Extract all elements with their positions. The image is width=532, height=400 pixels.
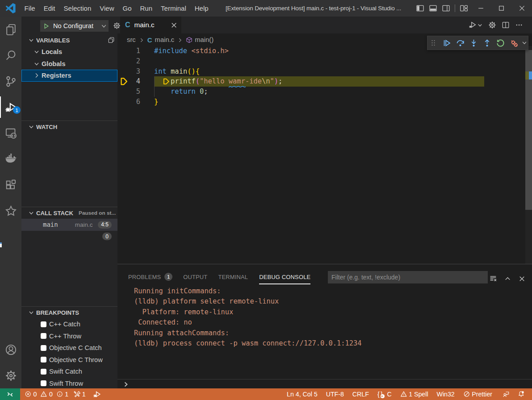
- toolchain-status[interactable]: 1: [70, 388, 88, 400]
- source-control-icon: [5, 75, 17, 88]
- activitybar-remote-explorer[interactable]: [0, 120, 21, 146]
- tab-main-c[interactable]: C main.c: [120, 17, 181, 33]
- breakpoint-cpp-throw[interactable]: C++ Throw: [21, 330, 117, 342]
- menu-view[interactable]: View: [96, 0, 118, 17]
- breadcrumb-folder[interactable]: src: [127, 36, 136, 43]
- launch-config-gear-icon[interactable]: [113, 22, 121, 29]
- debug-console-filter-input[interactable]: [328, 271, 488, 283]
- eol-status[interactable]: CRLF: [349, 388, 372, 400]
- activitybar-account[interactable]: [0, 337, 21, 362]
- drag-grip-icon[interactable]: [430, 39, 437, 46]
- close-window-button[interactable]: [511, 0, 532, 17]
- spell-status[interactable]: 1 Spell: [397, 388, 431, 400]
- panel-tab-output[interactable]: OUTPUT: [183, 274, 207, 280]
- menu-run[interactable]: Run: [136, 0, 157, 17]
- debug-settings-gear-icon[interactable]: [488, 21, 496, 29]
- language-status[interactable]: {}× C: [374, 388, 395, 400]
- step-over-button[interactable]: [453, 36, 467, 50]
- formatter-status[interactable]: Prettier: [460, 388, 495, 400]
- debug-repl-input[interactable]: [117, 379, 532, 389]
- menu-file[interactable]: File: [20, 0, 39, 17]
- activitybar-docker[interactable]: [0, 146, 21, 172]
- activitybar-search[interactable]: [0, 42, 21, 68]
- call-stack-header[interactable]: CALL STACK Paused on st...: [21, 207, 117, 219]
- debug-config-dropdown[interactable]: No Configurat: [40, 20, 109, 32]
- breakpoints-header[interactable]: BREAKPOINTS: [21, 307, 117, 318]
- debug-console-output[interactable]: Running initCommands: (lldb) platform se…: [117, 286, 532, 349]
- maximize-button[interactable]: [491, 0, 511, 17]
- remote-indicator[interactable]: [0, 388, 20, 400]
- variables-header[interactable]: VARIABLES: [21, 34, 117, 46]
- toggle-sidebar-icon[interactable]: [416, 4, 424, 12]
- problems-status[interactable]: 0 0 1: [21, 388, 71, 400]
- activitybar-extensions[interactable]: [0, 172, 21, 198]
- notifications-status[interactable]: [515, 388, 528, 400]
- breadcrumb-file[interactable]: main.c: [155, 36, 175, 43]
- activitybar-explorer[interactable]: [0, 17, 21, 42]
- continue-button[interactable]: [440, 36, 453, 50]
- toggle-secondary-sidebar-icon[interactable]: [442, 4, 450, 12]
- panel-tab-label: TERMINAL: [218, 274, 248, 280]
- frame-position-badge: 4:5: [98, 221, 112, 229]
- stack-frame-main[interactable]: main main.c 4:5: [21, 219, 117, 231]
- minimize-button[interactable]: [470, 0, 491, 17]
- menu-go[interactable]: Go: [118, 0, 136, 17]
- clear-console-icon[interactable]: [490, 275, 497, 283]
- activitybar-run-and-debug[interactable]: 1: [0, 94, 21, 120]
- menu-help[interactable]: Help: [190, 0, 213, 17]
- variables-scope-registers[interactable]: Registers: [21, 70, 117, 82]
- chevron-down-icon[interactable]: [521, 40, 528, 46]
- breakpoint-swift-catch[interactable]: Swift Catch: [21, 366, 117, 378]
- menu-terminal[interactable]: Terminal: [157, 0, 191, 17]
- panel-tab-debug-console[interactable]: DEBUG CONSOLE: [259, 274, 310, 280]
- checkbox-unchecked[interactable]: [41, 369, 46, 375]
- variables-scope-globals[interactable]: Globals: [21, 58, 117, 70]
- activitybar-source-control[interactable]: [0, 68, 21, 94]
- run-or-debug-button[interactable]: [469, 21, 483, 29]
- restart-button[interactable]: [494, 36, 507, 50]
- breadcrumb-symbol[interactable]: main(): [195, 36, 214, 43]
- menu-selection[interactable]: Selection: [59, 0, 96, 17]
- editor-scrollbar[interactable]: [525, 46, 532, 264]
- debug-status[interactable]: [90, 388, 105, 400]
- feedback-status[interactable]: [499, 388, 513, 400]
- symbol-method-icon: [186, 37, 193, 43]
- watch-header[interactable]: WATCH: [21, 121, 117, 133]
- code-editor[interactable]: 1 #include <stdio.h> 2 3 int main(){ 4: [117, 46, 532, 264]
- step-into-button[interactable]: [467, 36, 480, 50]
- activitybar-wamr-ide[interactable]: [0, 198, 21, 224]
- search-icon: [5, 50, 17, 62]
- panel-tab-terminal[interactable]: TERMINAL: [218, 274, 248, 280]
- platform-status[interactable]: Win32: [434, 388, 458, 400]
- breakpoint-objc-throw[interactable]: Objective C Throw: [21, 354, 117, 366]
- split-editor-icon[interactable]: [502, 21, 510, 29]
- line-number: 1: [117, 46, 140, 56]
- step-out-button[interactable]: [480, 36, 494, 50]
- checkbox-unchecked[interactable]: [41, 357, 46, 362]
- toggle-panel-icon[interactable]: [429, 4, 437, 12]
- checkbox-unchecked[interactable]: [41, 321, 46, 327]
- console-line: Running attachCommands:: [117, 328, 532, 338]
- activitybar-settings[interactable]: [0, 362, 21, 388]
- scope-label: Registers: [42, 72, 71, 79]
- breakpoint-objc-catch[interactable]: Objective C Catch: [21, 342, 117, 354]
- disconnect-button[interactable]: [507, 36, 520, 50]
- cursor-position[interactable]: Ln 4, Col 5: [284, 388, 321, 400]
- menu-edit[interactable]: Edit: [39, 0, 59, 17]
- copy-value-icon[interactable]: [108, 37, 115, 44]
- customize-layout-icon[interactable]: [460, 4, 468, 12]
- checkbox-unchecked[interactable]: [41, 345, 46, 351]
- encoding-status[interactable]: UTF-8: [323, 388, 347, 400]
- more-actions-icon[interactable]: [515, 21, 523, 29]
- maximize-panel-icon[interactable]: [504, 275, 511, 283]
- close-panel-icon[interactable]: [518, 275, 526, 283]
- checkbox-unchecked[interactable]: [41, 333, 46, 339]
- breakpoint-cpp-catch[interactable]: C++ Catch: [21, 318, 117, 330]
- variables-scope-locals[interactable]: Locals: [21, 46, 117, 58]
- checkbox-unchecked[interactable]: [41, 380, 46, 386]
- c-file-icon: C: [147, 36, 152, 44]
- breakpoint-swift-throw[interactable]: Swift Throw: [21, 378, 117, 390]
- panel-tab-problems[interactable]: PROBLEMS: [128, 274, 161, 280]
- close-tab-icon[interactable]: [170, 21, 178, 29]
- session-row: 0: [21, 231, 117, 243]
